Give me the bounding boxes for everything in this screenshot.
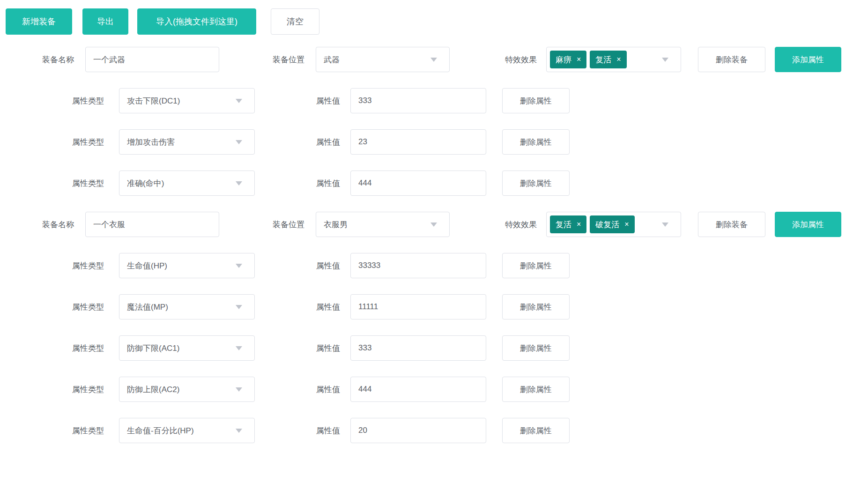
caret-down-icon <box>430 58 437 62</box>
effect-tag[interactable]: 复活 × <box>590 51 626 68</box>
attr-type-value: 防御下限(AC1) <box>119 343 179 354</box>
delete-attribute-button[interactable]: 删除属性 <box>502 294 570 319</box>
attribute-row: 属性类型 增加攻击伤害 属性值 删除属性 <box>0 129 868 155</box>
attribute-list: 属性类型 生命值(HP) 属性值 删除属性 属性类型 魔法值(MP) 属性值 删… <box>0 253 868 443</box>
effect-tag[interactable]: 麻痹 × <box>550 51 586 68</box>
attr-type-value: 攻击下限(DC1) <box>119 96 180 106</box>
caret-down-icon <box>236 305 242 309</box>
remove-tag-icon[interactable]: × <box>616 56 621 63</box>
attr-value-label: 属性值 <box>255 302 340 312</box>
equip-position-label: 装备位置 <box>219 54 304 65</box>
attribute-row: 属性类型 魔法值(MP) 属性值 删除属性 <box>0 294 868 319</box>
equipment-block: 装备名称 装备位置 武器 特效效果 麻痹 × 复活 × 删除装备 添加属性 属性… <box>0 47 868 196</box>
add-equipment-button[interactable]: 新增装备 <box>6 8 72 35</box>
attr-type-label: 属性类型 <box>0 343 104 354</box>
attr-type-select[interactable]: 魔法值(MP) <box>119 294 255 319</box>
effects-label: 特效效果 <box>450 54 537 65</box>
delete-attribute-button[interactable]: 删除属性 <box>502 129 570 155</box>
attr-value-input[interactable] <box>350 253 486 278</box>
attribute-row: 属性类型 准确(命中) 属性值 删除属性 <box>0 171 868 196</box>
effect-tag[interactable]: 破复活 × <box>590 215 634 233</box>
attr-value-input[interactable] <box>350 294 486 319</box>
attr-type-select[interactable]: 防御下限(AC1) <box>119 335 255 361</box>
effects-select[interactable]: 复活 × 破复活 × <box>546 212 681 237</box>
equip-position-value: 衣服男 <box>316 219 348 230</box>
equip-name-input[interactable] <box>85 47 219 72</box>
attr-type-value: 魔法值(MP) <box>119 302 168 312</box>
attr-type-value: 防御上限(AC2) <box>119 384 179 395</box>
caret-down-icon <box>236 181 242 186</box>
equip-name-label: 装备名称 <box>0 219 74 230</box>
attr-value-label: 属性值 <box>255 96 340 106</box>
attr-value-input[interactable] <box>350 335 486 361</box>
attr-type-label: 属性类型 <box>0 178 104 189</box>
equip-position-select[interactable]: 衣服男 <box>316 212 450 237</box>
delete-attribute-button[interactable]: 删除属性 <box>502 377 570 402</box>
effect-tag[interactable]: 复活 × <box>550 215 586 233</box>
export-button[interactable]: 导出 <box>82 8 128 35</box>
delete-attribute-button[interactable]: 删除属性 <box>502 335 570 361</box>
equipment-block: 装备名称 装备位置 衣服男 特效效果 复活 × 破复活 × 删除装备 添加属性 … <box>0 212 868 443</box>
attr-type-value: 增加攻击伤害 <box>119 137 175 148</box>
equipment-header-row: 装备名称 装备位置 衣服男 特效效果 复活 × 破复活 × 删除装备 添加属性 <box>0 212 868 237</box>
attr-value-input[interactable] <box>350 377 486 402</box>
caret-down-icon <box>236 346 242 350</box>
equip-position-label: 装备位置 <box>219 219 304 230</box>
effects-label: 特效效果 <box>450 219 537 230</box>
remove-tag-icon[interactable]: × <box>577 221 581 228</box>
delete-attribute-button[interactable]: 删除属性 <box>502 171 570 196</box>
caret-down-icon <box>662 58 668 62</box>
attribute-row: 属性类型 生命值-百分比(HP) 属性值 删除属性 <box>0 418 868 443</box>
attr-type-select[interactable]: 防御上限(AC2) <box>119 377 255 402</box>
effect-tag-label: 麻痹 <box>556 54 571 65</box>
attr-value-input[interactable] <box>350 418 486 443</box>
equip-position-select[interactable]: 武器 <box>316 47 450 72</box>
clear-button[interactable]: 清空 <box>271 8 319 35</box>
add-attribute-button[interactable]: 添加属性 <box>775 47 841 72</box>
attribute-row: 属性类型 防御下限(AC1) 属性值 删除属性 <box>0 335 868 361</box>
equipment-list: 装备名称 装备位置 武器 特效效果 麻痹 × 复活 × 删除装备 添加属性 属性… <box>0 47 868 443</box>
attr-value-label: 属性值 <box>255 137 340 148</box>
effects-select[interactable]: 麻痹 × 复活 × <box>546 47 681 72</box>
caret-down-icon <box>236 264 242 268</box>
attr-value-label: 属性值 <box>255 425 340 436</box>
remove-tag-icon[interactable]: × <box>624 221 629 228</box>
attr-type-select[interactable]: 生命值(HP) <box>119 253 255 278</box>
attr-type-value: 准确(命中) <box>119 178 164 189</box>
equip-name-label: 装备名称 <box>0 54 74 65</box>
caret-down-icon <box>662 223 668 227</box>
attr-value-label: 属性值 <box>255 384 340 395</box>
caret-down-icon <box>430 223 437 227</box>
attr-value-input[interactable] <box>350 129 486 155</box>
remove-tag-icon[interactable]: × <box>577 56 581 63</box>
delete-equipment-button[interactable]: 删除装备 <box>698 212 765 237</box>
attribute-row: 属性类型 防御上限(AC2) 属性值 删除属性 <box>0 377 868 402</box>
attr-type-value: 生命值-百分比(HP) <box>119 425 194 436</box>
equip-name-input[interactable] <box>85 212 219 237</box>
toolbar: 新增装备 导出 导入(拖拽文件到这里) 清空 <box>6 8 868 35</box>
equip-position-value: 武器 <box>316 54 340 65</box>
delete-attribute-button[interactable]: 删除属性 <box>502 418 570 443</box>
attr-value-label: 属性值 <box>255 260 340 271</box>
effect-tag-label: 复活 <box>595 54 611 65</box>
import-dropzone-button[interactable]: 导入(拖拽文件到这里) <box>137 8 256 35</box>
attr-value-input[interactable] <box>350 88 486 113</box>
delete-attribute-button[interactable]: 删除属性 <box>502 253 570 278</box>
caret-down-icon <box>236 99 242 103</box>
attr-type-select[interactable]: 生命值-百分比(HP) <box>119 418 255 443</box>
attr-value-label: 属性值 <box>255 343 340 354</box>
attr-type-select[interactable]: 准确(命中) <box>119 171 255 196</box>
attr-type-label: 属性类型 <box>0 137 104 148</box>
attr-type-select[interactable]: 攻击下限(DC1) <box>119 88 255 113</box>
add-attribute-button[interactable]: 添加属性 <box>775 212 841 237</box>
caret-down-icon <box>236 429 242 433</box>
attribute-list: 属性类型 攻击下限(DC1) 属性值 删除属性 属性类型 增加攻击伤害 属性值 … <box>0 88 868 196</box>
delete-attribute-button[interactable]: 删除属性 <box>502 88 570 113</box>
effect-tag-label: 破复活 <box>595 219 619 230</box>
attr-type-select[interactable]: 增加攻击伤害 <box>119 129 255 155</box>
attr-value-input[interactable] <box>350 171 486 196</box>
effects-tags: 复活 × 破复活 × <box>550 215 638 233</box>
attr-type-label: 属性类型 <box>0 384 104 395</box>
attr-type-value: 生命值(HP) <box>119 260 167 271</box>
delete-equipment-button[interactable]: 删除装备 <box>698 47 765 72</box>
